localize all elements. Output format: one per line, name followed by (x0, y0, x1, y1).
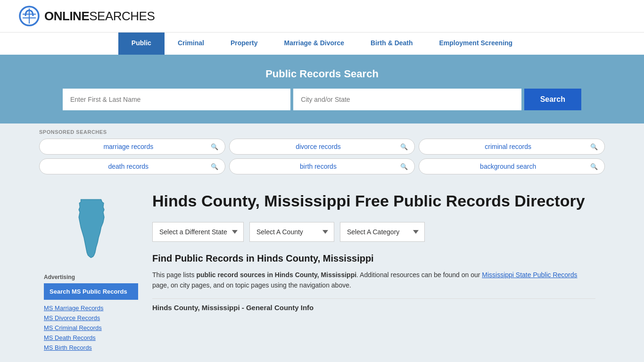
search-banner-title: Public Records Search (19, 68, 625, 80)
search-form: Search (63, 89, 581, 110)
logo-searches-text: SEARCHES (89, 9, 155, 24)
sponsored-section: SPONSORED SEARCHES marriage records 🔍 di… (30, 123, 614, 174)
search-icon-background: 🔍 (590, 163, 598, 170)
nav-item-public[interactable]: Public (118, 33, 165, 55)
nav-item-birth-death[interactable]: Birth & Death (357, 33, 426, 55)
search-button[interactable]: Search (524, 89, 581, 110)
sponsored-pill-divorce-text: divorce records (236, 143, 401, 150)
state-dropdown[interactable]: Select a Different State (152, 222, 244, 242)
sponsored-pill-death-text: death records (46, 163, 211, 170)
sidebar-ad-label: Advertising (44, 274, 138, 280)
location-search-input[interactable] (293, 89, 521, 110)
sponsored-pill-marriage-text: marriage records (46, 143, 211, 150)
section-divider (152, 298, 595, 299)
find-records-text: This page lists public record sources in… (152, 270, 595, 291)
search-icon-criminal: 🔍 (590, 143, 598, 150)
search-icon-birth: 🔍 (400, 163, 408, 170)
logo-text: ONLINE SEARCHES (44, 9, 155, 24)
name-search-input[interactable] (63, 89, 290, 110)
sponsored-pill-death[interactable]: death records 🔍 (39, 158, 225, 174)
sidebar-link-divorce[interactable]: MS Divorce Records (44, 313, 138, 322)
find-records-bold: public record sources in Hinds County, M… (196, 271, 356, 279)
ms-state-records-link[interactable]: Mississippi State Public Records (482, 271, 577, 279)
sponsored-pill-background-text: background search (426, 163, 590, 170)
sidebar-ad-highlight[interactable]: Search MS Public Records (44, 283, 138, 300)
nav-item-property[interactable]: Property (217, 33, 271, 55)
general-info-heading: Hinds County, Mississippi - General Coun… (152, 304, 595, 312)
find-records-title: Find Public Records in Hinds County, Mis… (152, 253, 595, 264)
sidebar-link-death[interactable]: MS Death Records (44, 333, 138, 342)
sponsored-label: SPONSORED SEARCHES (39, 129, 605, 135)
county-dropdown[interactable]: Select A County (249, 222, 334, 242)
nav-item-marriage-divorce[interactable]: Marriage & Divorce (271, 33, 357, 55)
sponsored-pill-birth-text: birth records (236, 163, 401, 170)
sidebar-link-birth[interactable]: MS Birth Records (44, 343, 138, 352)
sponsored-pill-birth[interactable]: birth records 🔍 (229, 158, 415, 174)
page-title: Hinds County, Mississippi Free Public Re… (152, 191, 595, 211)
main-nav: Public Criminal Property Marriage & Divo… (0, 32, 644, 55)
main-container: Advertising Search MS Public Records MS … (30, 179, 614, 361)
nav-item-criminal[interactable]: Criminal (165, 33, 217, 55)
state-map (63, 197, 119, 269)
sidebar-links: MS Marriage Records MS Divorce Records M… (44, 304, 138, 352)
sidebar: Advertising Search MS Public Records MS … (39, 179, 143, 361)
sponsored-pill-criminal-text: criminal records (426, 143, 590, 150)
sponsored-pill-marriage[interactable]: marriage records 🔍 (39, 139, 225, 155)
site-header: ONLINE SEARCHES (0, 0, 644, 32)
mississippi-map-svg (63, 197, 119, 268)
main-content: Hinds County, Mississippi Free Public Re… (143, 179, 605, 361)
category-dropdown[interactable]: Select A Category (340, 222, 425, 242)
logo[interactable]: ONLINE SEARCHES (19, 6, 155, 26)
search-banner: Public Records Search Search (0, 55, 644, 123)
sidebar-link-criminal[interactable]: MS Criminal Records (44, 323, 138, 332)
search-icon-marriage: 🔍 (211, 143, 218, 150)
sponsored-grid: marriage records 🔍 divorce records 🔍 cri… (39, 139, 605, 174)
sidebar-link-marriage[interactable]: MS Marriage Records (44, 304, 138, 313)
sponsored-pill-background[interactable]: background search 🔍 (419, 158, 605, 174)
nav-item-employment[interactable]: Employment Screening (426, 33, 526, 55)
logo-icon (19, 6, 40, 26)
search-icon-death: 🔍 (211, 163, 218, 170)
sponsored-pill-criminal[interactable]: criminal records 🔍 (419, 139, 605, 155)
search-icon-divorce: 🔍 (400, 143, 408, 150)
sponsored-pill-divorce[interactable]: divorce records 🔍 (229, 139, 415, 155)
logo-online-text: ONLINE (44, 9, 89, 24)
dropdowns-row: Select a Different State Select A County… (152, 222, 595, 242)
